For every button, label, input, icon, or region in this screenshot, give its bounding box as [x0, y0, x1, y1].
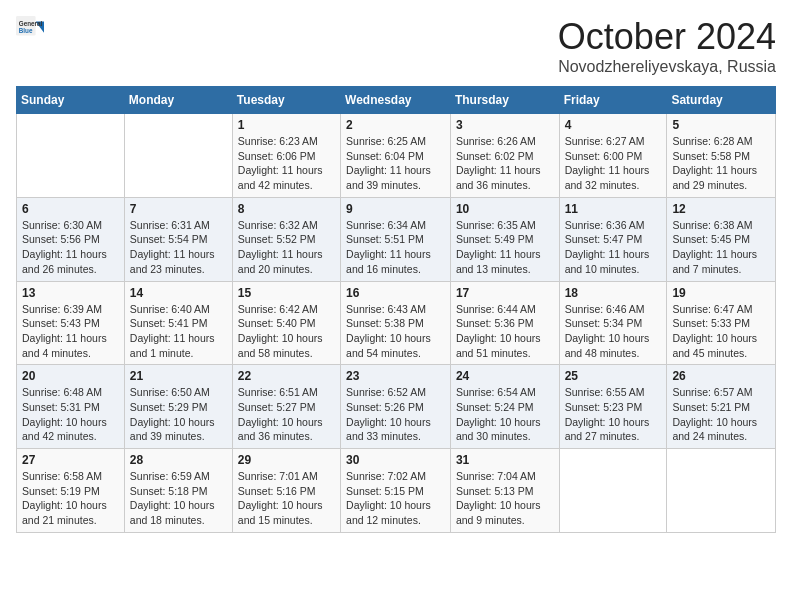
calendar-cell	[124, 114, 232, 198]
calendar-cell	[559, 449, 667, 533]
day-number: 8	[238, 202, 335, 216]
calendar-cell: 2Sunrise: 6:25 AMSunset: 6:04 PMDaylight…	[341, 114, 451, 198]
day-number: 17	[456, 286, 554, 300]
weekday-header: Sunday	[17, 87, 125, 114]
calendar-cell: 22Sunrise: 6:51 AMSunset: 5:27 PMDayligh…	[232, 365, 340, 449]
day-info: Sunrise: 6:57 AMSunset: 5:21 PMDaylight:…	[672, 385, 770, 444]
day-info: Sunrise: 6:25 AMSunset: 6:04 PMDaylight:…	[346, 134, 445, 193]
day-info: Sunrise: 6:42 AMSunset: 5:40 PMDaylight:…	[238, 302, 335, 361]
day-info: Sunrise: 6:26 AMSunset: 6:02 PMDaylight:…	[456, 134, 554, 193]
calendar-table: SundayMondayTuesdayWednesdayThursdayFrid…	[16, 86, 776, 533]
day-info: Sunrise: 6:30 AMSunset: 5:56 PMDaylight:…	[22, 218, 119, 277]
svg-text:Blue: Blue	[19, 27, 33, 34]
day-info: Sunrise: 6:34 AMSunset: 5:51 PMDaylight:…	[346, 218, 445, 277]
day-info: Sunrise: 6:28 AMSunset: 5:58 PMDaylight:…	[672, 134, 770, 193]
weekday-header: Monday	[124, 87, 232, 114]
day-info: Sunrise: 6:55 AMSunset: 5:23 PMDaylight:…	[565, 385, 662, 444]
calendar-week-row: 13Sunrise: 6:39 AMSunset: 5:43 PMDayligh…	[17, 281, 776, 365]
weekday-header: Tuesday	[232, 87, 340, 114]
calendar-cell: 27Sunrise: 6:58 AMSunset: 5:19 PMDayligh…	[17, 449, 125, 533]
day-info: Sunrise: 6:43 AMSunset: 5:38 PMDaylight:…	[346, 302, 445, 361]
day-info: Sunrise: 7:04 AMSunset: 5:13 PMDaylight:…	[456, 469, 554, 528]
day-number: 24	[456, 369, 554, 383]
day-number: 21	[130, 369, 227, 383]
day-number: 14	[130, 286, 227, 300]
day-number: 5	[672, 118, 770, 132]
calendar-cell: 17Sunrise: 6:44 AMSunset: 5:36 PMDayligh…	[450, 281, 559, 365]
calendar-cell: 29Sunrise: 7:01 AMSunset: 5:16 PMDayligh…	[232, 449, 340, 533]
calendar-cell: 6Sunrise: 6:30 AMSunset: 5:56 PMDaylight…	[17, 197, 125, 281]
day-number: 31	[456, 453, 554, 467]
day-number: 26	[672, 369, 770, 383]
day-number: 10	[456, 202, 554, 216]
day-info: Sunrise: 7:02 AMSunset: 5:15 PMDaylight:…	[346, 469, 445, 528]
day-info: Sunrise: 6:48 AMSunset: 5:31 PMDaylight:…	[22, 385, 119, 444]
day-number: 27	[22, 453, 119, 467]
calendar-cell: 19Sunrise: 6:47 AMSunset: 5:33 PMDayligh…	[667, 281, 776, 365]
calendar-cell: 13Sunrise: 6:39 AMSunset: 5:43 PMDayligh…	[17, 281, 125, 365]
calendar-cell: 3Sunrise: 6:26 AMSunset: 6:02 PMDaylight…	[450, 114, 559, 198]
weekday-header: Wednesday	[341, 87, 451, 114]
day-number: 25	[565, 369, 662, 383]
calendar-week-row: 27Sunrise: 6:58 AMSunset: 5:19 PMDayligh…	[17, 449, 776, 533]
day-info: Sunrise: 6:40 AMSunset: 5:41 PMDaylight:…	[130, 302, 227, 361]
day-info: Sunrise: 6:59 AMSunset: 5:18 PMDaylight:…	[130, 469, 227, 528]
day-info: Sunrise: 7:01 AMSunset: 5:16 PMDaylight:…	[238, 469, 335, 528]
day-info: Sunrise: 6:23 AMSunset: 6:06 PMDaylight:…	[238, 134, 335, 193]
day-number: 1	[238, 118, 335, 132]
day-number: 23	[346, 369, 445, 383]
weekday-header: Saturday	[667, 87, 776, 114]
day-info: Sunrise: 6:38 AMSunset: 5:45 PMDaylight:…	[672, 218, 770, 277]
day-info: Sunrise: 6:27 AMSunset: 6:00 PMDaylight:…	[565, 134, 662, 193]
day-info: Sunrise: 6:31 AMSunset: 5:54 PMDaylight:…	[130, 218, 227, 277]
day-number: 15	[238, 286, 335, 300]
day-number: 20	[22, 369, 119, 383]
month-title: October 2024	[558, 16, 776, 58]
calendar-cell: 16Sunrise: 6:43 AMSunset: 5:38 PMDayligh…	[341, 281, 451, 365]
day-number: 2	[346, 118, 445, 132]
day-info: Sunrise: 6:46 AMSunset: 5:34 PMDaylight:…	[565, 302, 662, 361]
page-header: General Blue October 2024 Novodzhereliye…	[16, 16, 776, 76]
day-info: Sunrise: 6:36 AMSunset: 5:47 PMDaylight:…	[565, 218, 662, 277]
day-number: 22	[238, 369, 335, 383]
location-title: Novodzhereliyevskaya, Russia	[558, 58, 776, 76]
calendar-cell: 30Sunrise: 7:02 AMSunset: 5:15 PMDayligh…	[341, 449, 451, 533]
day-info: Sunrise: 6:47 AMSunset: 5:33 PMDaylight:…	[672, 302, 770, 361]
calendar-week-row: 20Sunrise: 6:48 AMSunset: 5:31 PMDayligh…	[17, 365, 776, 449]
calendar-cell: 25Sunrise: 6:55 AMSunset: 5:23 PMDayligh…	[559, 365, 667, 449]
day-number: 29	[238, 453, 335, 467]
calendar-cell: 4Sunrise: 6:27 AMSunset: 6:00 PMDaylight…	[559, 114, 667, 198]
day-number: 7	[130, 202, 227, 216]
day-number: 16	[346, 286, 445, 300]
calendar-cell: 28Sunrise: 6:59 AMSunset: 5:18 PMDayligh…	[124, 449, 232, 533]
day-number: 4	[565, 118, 662, 132]
title-block: October 2024 Novodzhereliyevskaya, Russi…	[558, 16, 776, 76]
day-number: 19	[672, 286, 770, 300]
day-number: 28	[130, 453, 227, 467]
day-number: 13	[22, 286, 119, 300]
day-number: 9	[346, 202, 445, 216]
day-info: Sunrise: 6:50 AMSunset: 5:29 PMDaylight:…	[130, 385, 227, 444]
calendar-cell	[17, 114, 125, 198]
day-info: Sunrise: 6:58 AMSunset: 5:19 PMDaylight:…	[22, 469, 119, 528]
weekday-header: Thursday	[450, 87, 559, 114]
calendar-cell: 21Sunrise: 6:50 AMSunset: 5:29 PMDayligh…	[124, 365, 232, 449]
day-number: 18	[565, 286, 662, 300]
calendar-cell: 20Sunrise: 6:48 AMSunset: 5:31 PMDayligh…	[17, 365, 125, 449]
day-info: Sunrise: 6:54 AMSunset: 5:24 PMDaylight:…	[456, 385, 554, 444]
day-info: Sunrise: 6:44 AMSunset: 5:36 PMDaylight:…	[456, 302, 554, 361]
day-info: Sunrise: 6:52 AMSunset: 5:26 PMDaylight:…	[346, 385, 445, 444]
calendar-cell: 31Sunrise: 7:04 AMSunset: 5:13 PMDayligh…	[450, 449, 559, 533]
calendar-cell: 15Sunrise: 6:42 AMSunset: 5:40 PMDayligh…	[232, 281, 340, 365]
calendar-cell: 1Sunrise: 6:23 AMSunset: 6:06 PMDaylight…	[232, 114, 340, 198]
calendar-cell: 8Sunrise: 6:32 AMSunset: 5:52 PMDaylight…	[232, 197, 340, 281]
day-info: Sunrise: 6:32 AMSunset: 5:52 PMDaylight:…	[238, 218, 335, 277]
calendar-cell: 24Sunrise: 6:54 AMSunset: 5:24 PMDayligh…	[450, 365, 559, 449]
calendar-cell	[667, 449, 776, 533]
calendar-cell: 12Sunrise: 6:38 AMSunset: 5:45 PMDayligh…	[667, 197, 776, 281]
day-number: 11	[565, 202, 662, 216]
calendar-cell: 10Sunrise: 6:35 AMSunset: 5:49 PMDayligh…	[450, 197, 559, 281]
svg-text:General: General	[19, 20, 43, 27]
calendar-cell: 23Sunrise: 6:52 AMSunset: 5:26 PMDayligh…	[341, 365, 451, 449]
day-number: 30	[346, 453, 445, 467]
